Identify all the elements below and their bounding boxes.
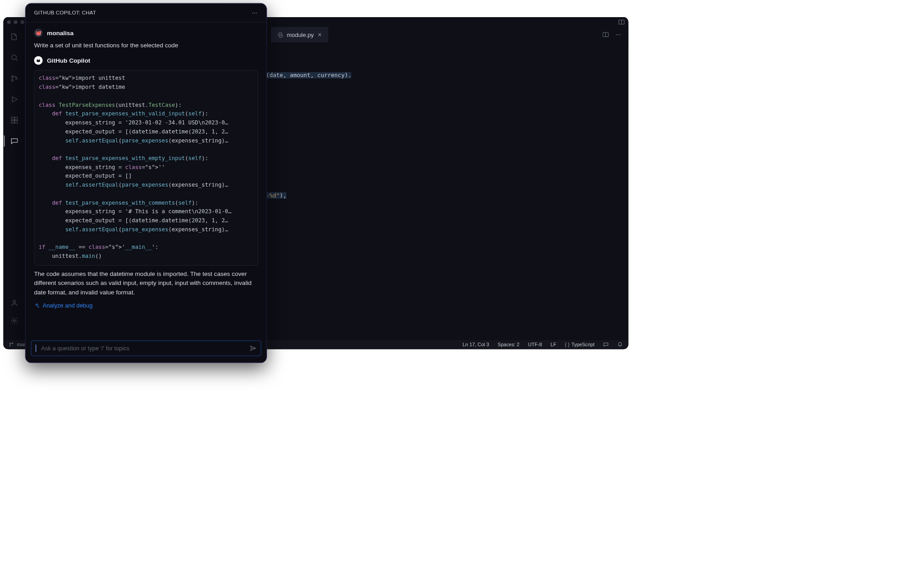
- split-editor-icon[interactable]: [603, 32, 609, 37]
- status-feedback-icon[interactable]: [603, 342, 609, 347]
- python-file-icon: [277, 32, 283, 37]
- svg-point-17: [9, 345, 10, 346]
- search-icon[interactable]: [10, 53, 18, 62]
- editor-more-icon[interactable]: ⋯: [615, 31, 622, 38]
- svg-point-4: [12, 76, 14, 78]
- chat-header: GITHUB COPILOT: CHAT ⋯: [25, 3, 266, 22]
- svg-marker-7: [13, 96, 17, 102]
- user-message: 🐙 monalisa Write a set of unit test func…: [34, 28, 258, 50]
- account-icon[interactable]: [10, 299, 18, 307]
- svg-rect-11: [15, 120, 18, 123]
- svg-point-6: [16, 78, 18, 79]
- chat-messages: 🐙 monalisa Write a set of unit test func…: [25, 23, 266, 336]
- chat-input-field[interactable]: [41, 344, 246, 352]
- svg-rect-10: [11, 120, 14, 123]
- settings-gear-icon[interactable]: [10, 316, 18, 325]
- assistant-message: GitHub Copilot class="kw">import unittes…: [34, 56, 258, 309]
- user-message-text: Write a set of unit test functions for t…: [34, 41, 258, 50]
- svg-rect-9: [15, 117, 18, 120]
- send-icon[interactable]: [250, 345, 257, 352]
- editor-tab-actions: ⋯: [603, 27, 628, 42]
- layout-toggle-icon[interactable]: [619, 20, 625, 25]
- assistant-name: GitHub Copilot: [47, 57, 90, 64]
- copilot-chat-panel: GITHUB COPILOT: CHAT ⋯ 🐙 monalisa Write …: [25, 3, 267, 363]
- user-avatar-icon: 🐙: [34, 28, 42, 37]
- chat-title: GITHUB COPILOT: CHAT: [34, 9, 96, 16]
- window-controls: [7, 20, 24, 24]
- status-bell-icon[interactable]: [617, 342, 623, 347]
- copilot-avatar-icon: [34, 56, 42, 64]
- copilot-chat-icon[interactable]: [10, 137, 18, 145]
- status-cursor-position[interactable]: Ln 17, Col 3: [462, 342, 489, 347]
- braces-icon: { }: [565, 342, 569, 347]
- analyze-debug-label: Analyze and debug: [43, 302, 93, 309]
- window-minimize-dot[interactable]: [14, 20, 18, 24]
- svg-point-2: [12, 55, 16, 60]
- svg-point-13: [14, 320, 15, 321]
- explorer-icon[interactable]: [10, 32, 18, 41]
- run-debug-icon[interactable]: [10, 95, 18, 104]
- status-language[interactable]: { }TypeScript: [565, 342, 595, 347]
- activity-bar-bottom: [3, 299, 25, 325]
- chat-input-area: [25, 336, 266, 363]
- extensions-icon[interactable]: [10, 116, 18, 124]
- analyze-debug-link[interactable]: Analyze and debug: [34, 302, 92, 309]
- svg-point-5: [12, 80, 14, 82]
- svg-rect-8: [11, 117, 14, 120]
- user-name: monalisa: [47, 29, 74, 37]
- svg-point-12: [13, 300, 16, 303]
- tab-filename: module.py: [287, 32, 314, 38]
- svg-line-3: [16, 59, 18, 61]
- assistant-explanation: The code assumes that the datetime modul…: [34, 269, 258, 297]
- chat-more-icon[interactable]: ⋯: [252, 9, 258, 16]
- sparkle-icon: [34, 303, 39, 308]
- source-control-icon[interactable]: [10, 74, 18, 83]
- svg-point-16: [9, 343, 10, 344]
- tab-close-icon[interactable]: ✕: [318, 32, 322, 38]
- activity-bar: [3, 27, 25, 340]
- git-branch-icon[interactable]: [9, 342, 14, 347]
- window-zoom-dot[interactable]: [21, 20, 24, 24]
- assistant-code-block[interactable]: class="kw">import unittest class="kw">im…: [34, 70, 258, 266]
- tab-module-py[interactable]: module.py ✕: [271, 27, 328, 42]
- status-indentation[interactable]: Spaces: 2: [498, 342, 519, 347]
- window-close-dot[interactable]: [7, 20, 11, 24]
- text-cursor: [36, 344, 36, 352]
- chat-input[interactable]: [31, 340, 261, 356]
- status-encoding[interactable]: UTF-8: [528, 342, 542, 347]
- status-eol[interactable]: LF: [550, 342, 556, 347]
